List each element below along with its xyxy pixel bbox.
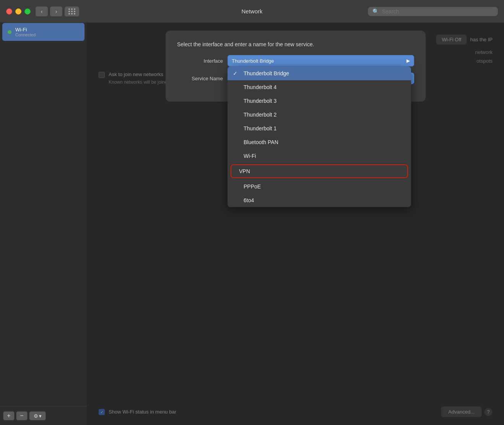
- forward-button[interactable]: ›: [50, 6, 63, 17]
- dropdown-item-pppoe[interactable]: PPPoE: [228, 180, 411, 193]
- dropdown-item-6to4[interactable]: 6to4: [228, 193, 411, 207]
- connected-dot: [8, 30, 11, 34]
- sidebar-item-wifi[interactable]: Wi-Fi Connected: [2, 23, 85, 41]
- remove-service-button[interactable]: −: [16, 411, 28, 420]
- minimize-button[interactable]: [15, 8, 21, 15]
- new-service-dialog: Select the interface and enter a name fo…: [166, 31, 426, 102]
- selected-interface-text: Thunderbolt Bridge: [232, 58, 274, 64]
- main-content: Wi-Fi Connected + − ⚙ ▾ Wi-Fi Off has th…: [0, 23, 504, 425]
- dropdown-item-thunderbolt-bridge[interactable]: ✓ Thunderbolt Bridge: [228, 67, 411, 80]
- gear-icon: ⚙: [34, 413, 38, 419]
- dropdown-item-thunderbolt-1[interactable]: Thunderbolt 1: [228, 122, 411, 135]
- dropdown-item-vpn[interactable]: VPN: [231, 164, 408, 178]
- window-title: Network: [241, 8, 262, 15]
- dropdown-item-thunderbolt-2[interactable]: Thunderbolt 2: [228, 108, 411, 122]
- sidebar-bottom: + − ⚙ ▾: [0, 406, 87, 425]
- nav-buttons: ‹ ›: [35, 6, 63, 17]
- maximize-button[interactable]: [24, 8, 31, 15]
- sidebar: Wi-Fi Connected + − ⚙ ▾: [0, 23, 87, 425]
- dropdown-item-wifi[interactable]: Wi-Fi: [228, 149, 411, 163]
- sidebar-spacer: [0, 41, 87, 406]
- checkmark-icon: ✓: [233, 70, 237, 76]
- chevron-down-icon: ▾: [39, 413, 42, 419]
- sidebar-item-name: Wi-Fi: [15, 27, 36, 32]
- dropdown-item-bluetooth-pan[interactable]: Bluetooth PAN: [228, 135, 411, 149]
- traffic-lights: [6, 8, 31, 15]
- right-panel: Wi-Fi Off has the IP network otspots Ask…: [87, 23, 504, 425]
- dialog-title: Select the interface and enter a name fo…: [177, 41, 414, 47]
- sidebar-item-status: Connected: [15, 32, 36, 37]
- search-icon: 🔍: [372, 8, 379, 15]
- vpn-item-wrapper: VPN: [231, 164, 408, 178]
- chevron-right-icon: ▶: [406, 58, 410, 63]
- dialog-overlay: Select the interface and enter a name fo…: [87, 23, 504, 425]
- interface-dropdown[interactable]: ✓ Thunderbolt Bridge Thunderbolt 4 Thund…: [228, 67, 411, 207]
- grid-icon: [68, 8, 76, 15]
- grid-view-button[interactable]: [64, 6, 80, 17]
- dropdown-item-thunderbolt-3[interactable]: Thunderbolt 3: [228, 94, 411, 108]
- interface-select[interactable]: Thunderbolt Bridge ▶: [228, 55, 414, 67]
- sidebar-item-info: Wi-Fi Connected: [15, 27, 36, 37]
- title-bar: ‹ › Network 🔍: [0, 0, 504, 23]
- back-button[interactable]: ‹: [35, 6, 48, 17]
- search-bar[interactable]: 🔍: [368, 7, 498, 16]
- interface-row: Interface Thunderbolt Bridge ▶ ✓ Thunder…: [177, 55, 414, 67]
- search-input[interactable]: [382, 8, 493, 15]
- service-name-label: Service Name: [177, 76, 223, 81]
- add-service-button[interactable]: +: [3, 411, 15, 420]
- interface-label: Interface: [177, 58, 223, 64]
- gear-menu-button[interactable]: ⚙ ▾: [29, 411, 46, 420]
- dropdown-item-thunderbolt-4[interactable]: Thunderbolt 4: [228, 80, 411, 94]
- close-button[interactable]: [6, 8, 12, 15]
